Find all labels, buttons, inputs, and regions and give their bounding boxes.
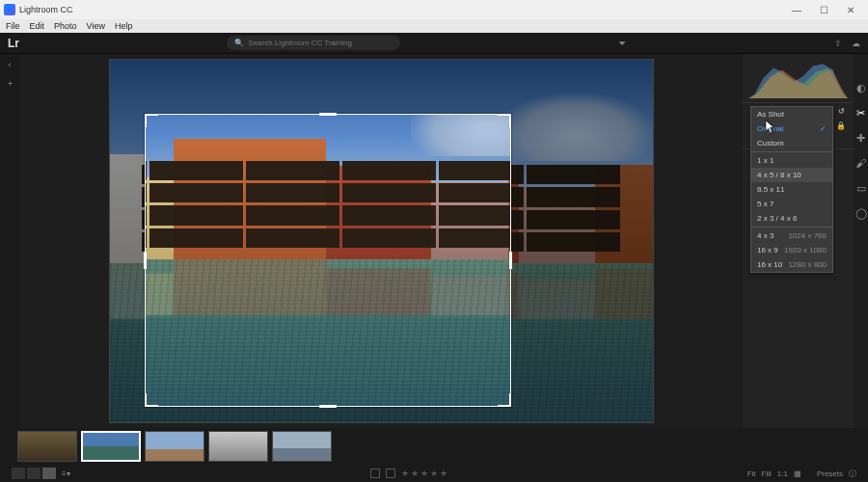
workarea: ‹ ＋	[0, 54, 868, 428]
topbar: Lr 🔍 Search Lightroom CC Training ⏷ ⇪ ☁	[0, 33, 868, 54]
aspect-option-5x7[interactable]: 5 x 7	[751, 197, 832, 211]
share-icon[interactable]: ⇪	[834, 39, 842, 48]
square-view-button[interactable]	[27, 468, 41, 479]
aspect-option-85x11[interactable]: 8.5 x 11	[751, 182, 832, 197]
thumb-1[interactable]	[17, 431, 77, 462]
presets-label[interactable]: Presets	[817, 469, 843, 478]
star-2[interactable]: ★	[411, 469, 419, 478]
check-icon: ✓	[820, 124, 827, 133]
menu-edit[interactable]: Edit	[30, 21, 45, 31]
add-icon[interactable]: ＋	[6, 77, 14, 90]
crop-handle-tr[interactable]	[498, 114, 511, 127]
crop-handle-tl[interactable]	[145, 114, 158, 127]
aspect-option-4x5[interactable]: 4 x 5 / 8 x 10	[751, 168, 832, 182]
crop-handle-bottom[interactable]	[319, 405, 337, 408]
star-1[interactable]: ★	[401, 469, 409, 478]
zoom-fit[interactable]: Fit	[747, 469, 756, 478]
window-title: Lightroom CC	[19, 5, 783, 14]
thumb-4[interactable]	[208, 431, 268, 462]
crop-handle-right[interactable]	[509, 252, 512, 269]
thumb-2[interactable]	[81, 431, 141, 462]
histogram	[748, 58, 848, 98]
menu-photo[interactable]: Photo	[54, 21, 77, 31]
heal-tool-icon[interactable]: ✚	[854, 131, 868, 145]
star-5[interactable]: ★	[440, 469, 448, 478]
filter-icon[interactable]: ⏷	[618, 39, 627, 48]
lock-icon[interactable]: 🔒	[836, 121, 846, 130]
zoom-fill[interactable]: Fill	[762, 469, 772, 478]
crop-handle-bl[interactable]	[145, 393, 158, 407]
aspect-option-custom[interactable]: Custom	[751, 136, 832, 150]
thumb-5[interactable]	[272, 431, 332, 462]
detail-view-button[interactable]	[42, 468, 56, 479]
filmstrip	[0, 428, 868, 465]
menu-help[interactable]: Help	[115, 21, 133, 31]
tool-strip: ◐ ✂ ✚ 🖌 ▭ ◯	[854, 54, 868, 428]
menu-view[interactable]: View	[87, 21, 105, 31]
canvas[interactable]	[19, 54, 743, 428]
search-icon: 🔍	[234, 39, 244, 47]
crop-handle-br[interactable]	[498, 393, 511, 407]
grid-view-button[interactable]	[12, 468, 25, 479]
aspect-menu: As Shot Original✓ Custom 1 x 1 4 x 5 / 8…	[750, 106, 833, 273]
crop-rectangle[interactable]	[145, 114, 511, 407]
menu-file[interactable]: File	[6, 21, 20, 31]
thumb-3[interactable]	[145, 431, 204, 462]
aspect-option-4x3[interactable]: 4 x 31024 x 768	[751, 228, 832, 243]
aspect-option-2x3[interactable]: 2 x 3 / 4 x 6	[751, 211, 832, 226]
lr-logo[interactable]: Lr	[8, 37, 19, 50]
crop-handle-top[interactable]	[319, 113, 337, 116]
minimize-button[interactable]: —	[783, 0, 810, 19]
flag-pick-icon[interactable]	[370, 469, 380, 478]
sort-icon[interactable]: ≡▾	[62, 469, 70, 478]
menubar: File Edit Photo View Help	[0, 19, 868, 33]
back-icon[interactable]: ‹	[9, 60, 12, 69]
adjust-tool-icon[interactable]: ◐	[854, 81, 868, 94]
crop-tool-icon[interactable]: ✂	[854, 106, 868, 120]
cloud-icon[interactable]: ☁	[852, 39, 860, 48]
zoom-grid-icon[interactable]: ▦	[794, 469, 801, 478]
window-titlebar: Lightroom CC — ☐ ✕	[0, 0, 868, 19]
star-4[interactable]: ★	[430, 469, 438, 478]
star-3[interactable]: ★	[420, 469, 428, 478]
zoom-1to1[interactable]: 1:1	[777, 469, 788, 478]
crop-handle-left[interactable]	[144, 252, 147, 269]
maximize-button[interactable]: ☐	[810, 0, 837, 19]
aspect-option-1x1[interactable]: 1 x 1	[751, 153, 832, 168]
linear-gradient-icon[interactable]: ▭	[854, 181, 868, 195]
aspect-option-as-shot[interactable]: As Shot	[751, 107, 832, 121]
reset-icon[interactable]: ↺	[838, 107, 846, 116]
app-icon	[4, 4, 15, 15]
search-input[interactable]: 🔍 Search Lightroom CC Training	[227, 36, 400, 50]
brush-tool-icon[interactable]: 🖌	[854, 156, 868, 170]
search-placeholder: Search Lightroom CC Training	[248, 39, 352, 47]
radial-gradient-icon[interactable]: ◯	[854, 206, 868, 220]
aspect-option-16x10[interactable]: 16 x 101280 x 800	[751, 257, 832, 272]
flag-reject-icon[interactable]	[386, 469, 395, 478]
info-icon[interactable]: ⓘ	[849, 469, 856, 479]
left-strip: ‹ ＋	[0, 54, 19, 428]
aspect-option-original[interactable]: Original✓	[751, 121, 832, 136]
close-button[interactable]: ✕	[837, 0, 864, 19]
bottombar: ≡▾ ★ ★ ★ ★ ★ Fit Fill 1:1 ▦ Presets ⓘ	[0, 465, 868, 482]
aspect-option-16x9[interactable]: 16 x 91920 x 1080	[751, 243, 832, 257]
